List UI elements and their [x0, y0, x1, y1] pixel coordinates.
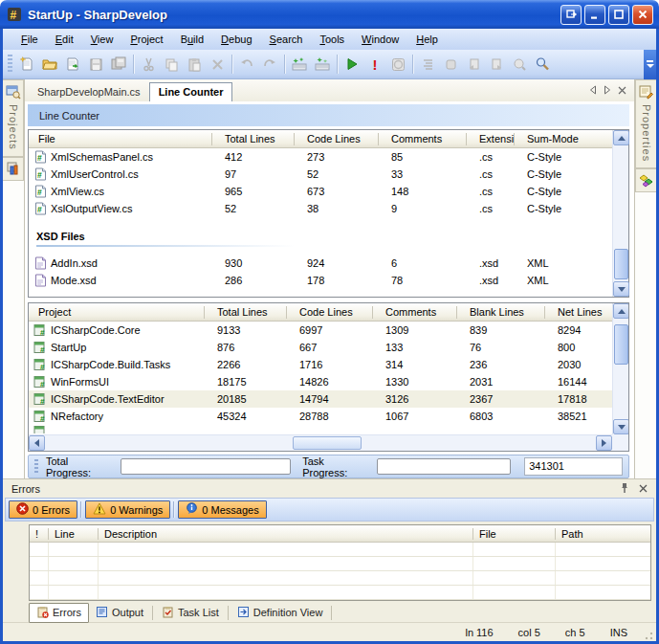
close-button[interactable]: [632, 5, 653, 25]
pin-icon[interactable]: [620, 482, 629, 496]
paste-button[interactable]: [183, 54, 206, 76]
scroll-down-button[interactable]: [613, 419, 628, 434]
project-row[interactable]: #NRefactory 45324 28788 1067 6803 38521: [29, 408, 612, 425]
menu-item[interactable]: Window: [353, 32, 407, 47]
tab-task-list[interactable]: Task List: [155, 604, 226, 622]
run-button[interactable]: [340, 54, 363, 76]
redo-button[interactable]: [258, 54, 281, 76]
scroll-left-button[interactable]: [29, 435, 45, 451]
col-file[interactable]: File: [473, 528, 556, 540]
scrollbar-thumb[interactable]: [614, 324, 628, 365]
find-disabled-button[interactable]: [508, 54, 531, 76]
file-row[interactable]: #XmlUserControl.cs 97 52 33 .cs C-Style: [29, 166, 612, 183]
build-button[interactable]: [288, 54, 311, 76]
col-comments[interactable]: Comments: [379, 133, 467, 145]
toolbar-overflow-button[interactable]: [644, 50, 656, 79]
save-all-button[interactable]: [107, 54, 130, 76]
col-code-lines[interactable]: Code Lines: [287, 306, 373, 319]
col-net-lines[interactable]: Net Lines: [545, 306, 612, 319]
col-sum-mode[interactable]: Sum-Mode: [515, 133, 612, 145]
prev-bookmark-button[interactable]: [462, 54, 485, 76]
col-file[interactable]: File: [29, 133, 212, 145]
project-row[interactable]: #ICSharpCode.Build.Tasks 2266 1716 314 2…: [29, 356, 612, 373]
cut-button[interactable]: [137, 54, 160, 76]
toggle-bookmark-button[interactable]: [439, 54, 462, 76]
menu-item[interactable]: Build: [172, 32, 212, 47]
file-row[interactable]: #XslOutputView.cs 52 38 9 .cs C-Style: [29, 200, 612, 217]
search-button[interactable]: [531, 54, 554, 76]
sidebar-tab-tools[interactable]: [3, 157, 24, 181]
open-file-button[interactable]: [38, 54, 61, 76]
col-code-lines[interactable]: Code Lines: [295, 133, 379, 145]
menu-item[interactable]: View: [82, 32, 122, 47]
stop-button[interactable]: [386, 54, 409, 76]
comment-region-button[interactable]: [416, 54, 439, 76]
menu-item[interactable]: File: [12, 32, 47, 47]
scroll-up-button[interactable]: [613, 303, 628, 319]
toolbar-grip[interactable]: [8, 55, 12, 74]
copy-button[interactable]: [160, 54, 183, 76]
col-blank-lines[interactable]: Blank Lines: [457, 306, 545, 319]
save-button[interactable]: [84, 54, 107, 76]
menu-item[interactable]: Edit: [47, 32, 82, 47]
minimize-button[interactable]: [584, 5, 605, 25]
file-row[interactable]: AddIn.xsd 930 924 6 .xsd XML: [29, 255, 612, 272]
close-tab-button[interactable]: [618, 85, 626, 97]
strip-grip[interactable]: [34, 459, 38, 475]
tab-definition-view[interactable]: Definition View: [231, 604, 330, 622]
col-project[interactable]: Project: [29, 306, 205, 319]
projects-table-hscrollbar[interactable]: [29, 434, 612, 451]
tray-window-button[interactable]: [560, 5, 582, 25]
file-row[interactable]: Mode.xsd 286 178 78 .xsd XML: [29, 272, 612, 289]
col-extension[interactable]: Extension: [467, 133, 515, 145]
new-file-button[interactable]: [15, 54, 38, 76]
col-line[interactable]: Line: [49, 528, 99, 540]
project-row[interactable]: #WinFormsUI 18175 14826 1330 2031 16144: [29, 373, 612, 390]
tab-errors[interactable]: Errors: [29, 603, 89, 623]
menu-item[interactable]: Search: [261, 32, 312, 47]
save-as-button[interactable]: [61, 54, 84, 76]
file-row[interactable]: #XmlView.cs 965 673 148 .cs C-Style: [29, 183, 612, 200]
errors-filter-button[interactable]: 0 Errors: [9, 500, 77, 519]
col-description[interactable]: Description: [99, 528, 473, 540]
sidebar-tab-toolbox[interactable]: [635, 168, 656, 192]
next-tab-button[interactable]: [604, 85, 611, 97]
next-bookmark-button[interactable]: [485, 54, 508, 76]
scroll-up-button[interactable]: [613, 130, 629, 145]
menu-item[interactable]: Tools: [311, 32, 353, 47]
tab-output[interactable]: Output: [89, 604, 150, 622]
menu-item[interactable]: Project: [121, 32, 171, 47]
col-total-lines[interactable]: Total Lines: [212, 133, 295, 145]
file-row[interactable]: #XmlSchemasPanel.cs 412 273 85 .cs C-Sty…: [29, 148, 612, 166]
projects-table-scrollbar[interactable]: [612, 303, 628, 434]
maximize-button[interactable]: [608, 5, 629, 25]
undo-button[interactable]: [235, 54, 258, 76]
scroll-right-button[interactable]: [596, 435, 612, 451]
files-table-scrollbar[interactable]: [612, 130, 628, 297]
scroll-down-button[interactable]: [613, 281, 629, 297]
tab-line-counter[interactable]: Line Counter: [149, 82, 233, 101]
sidebar-tab-projects[interactable]: Projects: [3, 79, 24, 157]
warnings-filter-button[interactable]: 0 Warnings: [85, 500, 170, 519]
close-panel-icon[interactable]: [639, 483, 648, 495]
delete-button[interactable]: [206, 54, 229, 76]
run-without-debugger-button[interactable]: !: [363, 54, 386, 76]
tab-sharpdevelopmain[interactable]: SharpDevelopMain.cs: [29, 83, 149, 101]
rebuild-button[interactable]: [311, 54, 334, 76]
project-row[interactable]: #ICSharpCode.TextEditor 20185 14794 3126…: [29, 390, 612, 408]
sidebar-tab-properties[interactable]: Properties: [635, 79, 656, 168]
prev-tab-button[interactable]: [589, 85, 597, 97]
scrollbar-thumb[interactable]: [614, 249, 628, 279]
scrollbar-thumb[interactable]: [293, 436, 362, 450]
messages-filter-button[interactable]: 0 Messages: [178, 500, 266, 519]
menu-item[interactable]: Debug: [212, 32, 260, 47]
project-row[interactable]: #StartUp 876 667 133 76 800: [29, 339, 612, 356]
resize-grip[interactable]: [643, 630, 654, 641]
cell-blank: 76: [457, 342, 545, 353]
col-total-lines[interactable]: Total Lines: [205, 306, 287, 319]
col-comments[interactable]: Comments: [373, 306, 457, 319]
menu-item[interactable]: Help: [407, 32, 447, 47]
col-severity[interactable]: !: [30, 528, 49, 540]
project-row[interactable]: #ICSharpCode.Core 9133 6997 1309 839 829…: [29, 322, 612, 339]
col-path[interactable]: Path: [556, 528, 650, 540]
